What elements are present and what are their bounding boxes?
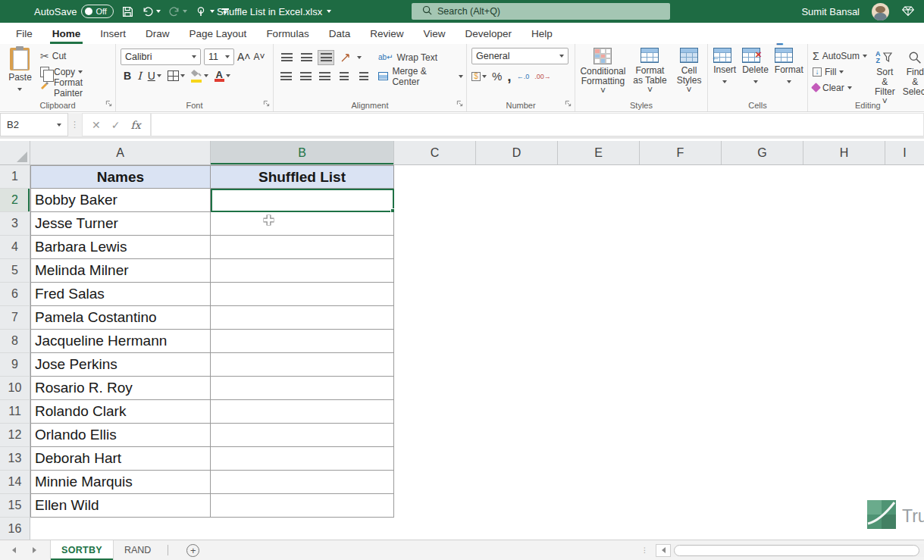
cell-styles-button[interactable]: Cell Styles ˅	[674, 48, 704, 96]
cell-b5[interactable]	[211, 259, 394, 283]
cell-a13[interactable]: Deborah Hart	[30, 447, 211, 471]
merge-center-dropdown-icon[interactable]	[459, 75, 463, 78]
cell-b1[interactable]: Shuffled List	[211, 165, 394, 189]
enter-icon[interactable]: ✓	[111, 119, 121, 131]
tab-developer[interactable]: Developer	[455, 23, 522, 44]
find-select-button[interactable]: Find & Select	[903, 48, 924, 107]
cell-a2[interactable]: Bobby Baker	[30, 189, 211, 212]
align-center-icon[interactable]	[298, 69, 315, 84]
orientation-dropdown-icon[interactable]	[357, 56, 362, 59]
name-box[interactable]: B2	[0, 113, 68, 136]
column-header-a[interactable]: A	[30, 141, 211, 164]
row-header-4[interactable]: 4	[0, 236, 30, 259]
delete-cells-button[interactable]: ✕ Delete	[742, 48, 769, 86]
paste-button[interactable]: Paste	[5, 48, 36, 95]
wrap-text-button[interactable]: ab↵ Wrap Text	[378, 52, 437, 63]
fill-color-dropdown-icon[interactable]	[204, 74, 208, 77]
insert-dropdown-icon[interactable]	[722, 80, 727, 83]
cell-b10[interactable]	[211, 377, 394, 400]
formula-bar-splitter[interactable]: ⋮	[68, 113, 82, 136]
font-dialog-launcher-icon[interactable]	[263, 99, 270, 109]
autosave-switch[interactable]: Off	[81, 5, 113, 18]
conditional-formatting-button[interactable]: Conditional Formatting ˅	[580, 48, 626, 96]
decrease-decimal-button[interactable]: .00→	[534, 73, 551, 80]
column-header-d[interactable]: D	[476, 141, 558, 164]
cell-a5[interactable]: Melinda Milner	[30, 259, 211, 283]
row-header-14[interactable]: 14	[0, 471, 30, 494]
number-format-select[interactable]: General	[471, 48, 568, 64]
increase-font-icon[interactable]: A˄	[237, 51, 251, 63]
scroll-left-icon[interactable]	[656, 544, 671, 557]
cell-a15[interactable]: Ellen Wild	[30, 494, 211, 518]
cell-a9[interactable]: Jose Perkins	[30, 353, 211, 377]
row-header-5[interactable]: 5	[0, 259, 30, 283]
row-header-13[interactable]: 13	[0, 447, 30, 471]
scrollbar-splitter[interactable]: ⋯	[641, 546, 649, 554]
column-header-i[interactable]: I	[885, 141, 924, 164]
increase-indent-icon[interactable]	[356, 69, 372, 84]
format-dropdown-icon[interactable]	[787, 80, 791, 83]
borders-dropdown-icon[interactable]	[180, 74, 185, 77]
row-header-15[interactable]: 15	[0, 494, 30, 518]
touch-mode-icon[interactable]	[195, 5, 207, 17]
underline-button[interactable]: U	[148, 70, 161, 82]
borders-button[interactable]	[168, 70, 185, 81]
column-header-h[interactable]: H	[803, 141, 885, 164]
font-size-select[interactable]: 11	[204, 48, 234, 65]
row-header-7[interactable]: 7	[0, 306, 30, 330]
cell-a10[interactable]: Rosario R. Roy	[30, 377, 211, 400]
row-header-9[interactable]: 9	[0, 353, 30, 377]
cell-b13[interactable]	[211, 447, 394, 471]
column-header-b[interactable]: B	[211, 141, 394, 164]
autosum-button[interactable]: Σ AutoSum	[813, 48, 867, 64]
format-painter-button[interactable]: Format Painter	[40, 80, 112, 95]
cell-a12[interactable]: Orlando Ellis	[30, 424, 211, 447]
align-bottom-icon[interactable]	[318, 50, 334, 65]
paste-dropdown-icon[interactable]	[17, 88, 22, 91]
sheet-nav-left-icon[interactable]	[12, 547, 16, 553]
cell-b6[interactable]	[211, 283, 394, 306]
cell-a3[interactable]: Jesse Turner	[30, 212, 211, 236]
align-top-icon[interactable]	[278, 50, 295, 65]
orientation-icon[interactable]	[337, 50, 354, 65]
new-sheet-button[interactable]: +	[186, 544, 199, 557]
sheet-tab-rand[interactable]: RAND	[114, 540, 161, 560]
cell-a8[interactable]: Jacqueline Hermann	[30, 330, 211, 353]
cell-b4[interactable]	[211, 236, 394, 259]
clear-button[interactable]: Clear	[813, 80, 867, 95]
cell-a7[interactable]: Pamela Costantino	[30, 306, 211, 330]
bold-button[interactable]: B	[124, 70, 131, 82]
tab-file[interactable]: File	[6, 23, 42, 44]
autosave-toggle[interactable]: AutoSave Off	[34, 5, 114, 18]
formula-input[interactable]	[151, 113, 924, 136]
row-header-16[interactable]: 16	[0, 518, 30, 540]
cell-b11[interactable]	[211, 400, 394, 424]
italic-button[interactable]: I	[137, 70, 142, 82]
cell-b15[interactable]	[211, 494, 394, 518]
copy-dropdown-icon[interactable]	[78, 70, 83, 74]
tab-help[interactable]: Help	[522, 23, 562, 44]
save-icon[interactable]	[121, 5, 134, 18]
row-header-6[interactable]: 6	[0, 283, 30, 306]
cell-b12[interactable]	[211, 424, 394, 447]
percent-style-button[interactable]: %	[492, 70, 502, 83]
fill-color-button[interactable]	[191, 69, 208, 83]
delete-dropdown-icon[interactable]	[753, 80, 758, 83]
user-name[interactable]: Sumit Bansal	[801, 6, 860, 17]
name-box-dropdown-icon[interactable]	[57, 124, 61, 127]
sheet-nav-right-icon[interactable]	[33, 547, 36, 553]
cell-a4[interactable]: Barbara Lewis	[30, 236, 211, 259]
comma-style-button[interactable]: ,	[507, 73, 511, 80]
column-header-f[interactable]: F	[640, 141, 722, 164]
decrease-indent-icon[interactable]	[337, 69, 353, 84]
format-as-table-button[interactable]: Format as Table ˅	[631, 48, 669, 96]
tab-home[interactable]: Home	[42, 23, 91, 44]
tab-formulas[interactable]: Formulas	[256, 23, 318, 44]
decrease-font-icon[interactable]: A˅	[254, 52, 265, 62]
touch-mode-dropdown-icon[interactable]	[210, 10, 215, 13]
cut-button[interactable]: ✂ Cut	[40, 48, 112, 64]
tab-insert[interactable]: Insert	[90, 23, 136, 44]
align-left-icon[interactable]	[278, 69, 295, 84]
column-header-g[interactable]: G	[722, 141, 803, 164]
cell-a11[interactable]: Rolando Clark	[30, 400, 211, 424]
